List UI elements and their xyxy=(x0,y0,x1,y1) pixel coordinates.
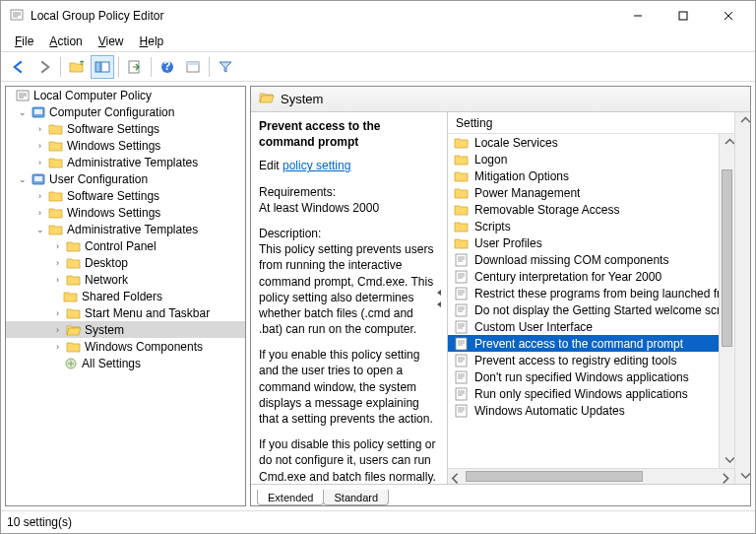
expand-icon[interactable]: › xyxy=(52,274,63,285)
list-item-label: Prevent access to the command prompt xyxy=(474,337,683,351)
maximize-button[interactable] xyxy=(661,1,706,31)
expand-icon[interactable]: › xyxy=(34,140,45,151)
tree-uc-windows[interactable]: › Windows Settings xyxy=(6,204,245,221)
scroll-up-icon[interactable] xyxy=(735,112,750,128)
list-item[interactable]: Don't run specified Windows applications xyxy=(448,368,719,385)
properties-button[interactable] xyxy=(181,55,205,79)
vertical-scrollbar[interactable] xyxy=(719,134,734,468)
tab-extended[interactable]: Extended xyxy=(257,490,324,505)
tree-computer-config[interactable]: ⌄ Computer Configuration xyxy=(6,103,245,120)
filter-button[interactable] xyxy=(214,55,237,79)
expand-icon[interactable]: › xyxy=(34,190,45,201)
minimize-button[interactable] xyxy=(615,1,661,31)
tree-desktop[interactable]: › Desktop xyxy=(6,254,245,271)
list-item[interactable]: User Profiles xyxy=(448,234,719,251)
list-item-label: Scripts xyxy=(474,220,511,234)
scroll-down-icon[interactable] xyxy=(720,452,734,468)
tree-cc-software[interactable]: › Software Settings xyxy=(6,120,245,137)
app-icon xyxy=(9,8,25,24)
menu-action[interactable]: Action xyxy=(41,33,90,50)
tree-wincomp[interactable]: › Windows Components xyxy=(6,338,245,355)
edit-policy-link[interactable]: policy setting xyxy=(283,159,350,172)
list-item[interactable]: Removable Storage Access xyxy=(448,201,719,218)
list-item-label: Run only specified Windows applications xyxy=(474,387,688,401)
tree-shared[interactable]: Shared Folders xyxy=(6,288,245,304)
list-item[interactable]: Do not display the Getting Started welco… xyxy=(448,301,719,318)
menu-view[interactable]: View xyxy=(91,33,132,50)
list-item[interactable]: Prevent access to registry editing tools xyxy=(448,352,719,368)
menu-help[interactable]: Help xyxy=(132,33,172,50)
desc-p1: This policy setting prevents users from … xyxy=(259,242,433,336)
folder-icon xyxy=(66,306,82,320)
list-item[interactable]: Century interpretation for Year 2000 xyxy=(448,268,719,285)
list-item[interactable]: Custom User Interface xyxy=(448,318,719,335)
tree-cp[interactable]: › Control Panel xyxy=(6,237,245,254)
tree-user-config[interactable]: ⌄ User Configuration xyxy=(6,170,245,187)
collapse-icon[interactable]: ⌄ xyxy=(34,224,45,234)
tree-start[interactable]: › Start Menu and Taskbar xyxy=(6,304,245,321)
folder-open-icon xyxy=(259,91,275,107)
expand-icon[interactable]: › xyxy=(52,257,63,268)
window-controls xyxy=(615,1,751,31)
list-item[interactable]: Restrict these programs from being launc… xyxy=(448,285,719,301)
tree-cc-admin[interactable]: › Administrative Templates xyxy=(6,154,245,170)
list-item[interactable]: Prevent access to the command prompt xyxy=(448,335,719,352)
expand-icon[interactable]: › xyxy=(34,207,45,218)
tab-standard[interactable]: Standard xyxy=(323,490,389,505)
scroll-up-icon[interactable] xyxy=(720,134,734,150)
folder-icon xyxy=(454,136,470,150)
tree-cc-windows[interactable]: › Windows Settings xyxy=(6,137,245,154)
tree-root[interactable]: Local Computer Policy xyxy=(6,87,245,103)
scroll-left-icon[interactable] xyxy=(448,469,464,484)
policy-icon xyxy=(454,253,470,267)
tree-uc-software[interactable]: › Software Settings xyxy=(6,187,245,204)
export-button[interactable] xyxy=(123,55,147,79)
expand-icon[interactable]: › xyxy=(52,341,63,352)
all-icon xyxy=(63,357,79,370)
list-item-label: Locale Services xyxy=(474,136,558,150)
tree-all[interactable]: All Settings xyxy=(6,355,245,371)
list-item[interactable]: Mitigation Options xyxy=(448,167,719,184)
policy-icon xyxy=(454,370,470,384)
content-body: Prevent access to the command prompt Edi… xyxy=(251,112,734,484)
close-button[interactable] xyxy=(706,1,751,31)
help-button[interactable]: ? xyxy=(156,55,179,79)
policy-icon xyxy=(454,303,470,317)
collapse-icon[interactable]: ⌄ xyxy=(17,173,28,184)
list-pane: Setting Locale ServicesLogonMitigation O… xyxy=(448,112,734,484)
expand-icon[interactable]: › xyxy=(52,240,63,251)
scroll-down-icon[interactable] xyxy=(735,468,750,484)
list-item[interactable]: Run only specified Windows applications xyxy=(448,385,719,402)
forward-button[interactable] xyxy=(32,55,56,79)
horizontal-scrollbar[interactable] xyxy=(448,468,734,484)
menu-file[interactable]: File xyxy=(7,33,41,50)
back-button[interactable] xyxy=(7,55,31,79)
list-item[interactable]: Download missing COM components xyxy=(448,251,719,268)
list-item-label: User Profiles xyxy=(474,236,542,250)
policy-icon xyxy=(454,287,470,300)
collapse-icon[interactable]: ⌄ xyxy=(17,106,28,117)
pane-scrollbar[interactable] xyxy=(734,112,750,484)
tree-uc-admin[interactable]: ⌄ Administrative Templates xyxy=(6,221,245,237)
up-button[interactable] xyxy=(65,55,89,79)
show-hide-tree-button[interactable] xyxy=(91,55,114,79)
list-header[interactable]: Setting xyxy=(448,112,734,134)
list-item[interactable]: Locale Services xyxy=(448,134,719,151)
scroll-right-icon[interactable] xyxy=(719,469,734,484)
tree-system[interactable]: › System xyxy=(6,321,245,338)
tree-pane[interactable]: Local Computer Policy ⌄ Computer Configu… xyxy=(5,86,246,506)
folder-icon xyxy=(66,256,82,270)
tree-network[interactable]: › Network xyxy=(6,271,245,288)
list-item[interactable]: Windows Automatic Updates xyxy=(448,402,719,419)
expand-icon[interactable]: › xyxy=(34,123,45,134)
expand-icon[interactable]: › xyxy=(52,307,63,318)
expand-icon[interactable]: › xyxy=(34,157,45,167)
list-item[interactable]: Power Management xyxy=(448,184,719,201)
req-value: At least Windows 2000 xyxy=(259,201,379,215)
list-item[interactable]: Logon xyxy=(448,151,719,167)
list-item[interactable]: Scripts xyxy=(448,218,719,234)
list-body[interactable]: Locale ServicesLogonMitigation OptionsPo… xyxy=(448,134,734,468)
req-label: Requirements: xyxy=(259,185,336,199)
expand-icon[interactable]: › xyxy=(52,324,63,335)
folder-icon xyxy=(454,220,470,234)
